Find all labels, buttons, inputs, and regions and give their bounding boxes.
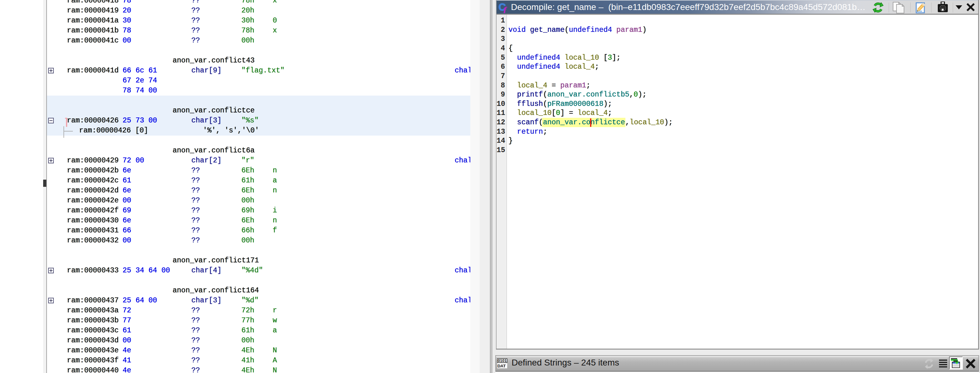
svg-text:DAT: DAT: [498, 363, 506, 368]
svg-text:f: f: [503, 5, 507, 13]
svg-text:0101: 0101: [498, 359, 507, 363]
